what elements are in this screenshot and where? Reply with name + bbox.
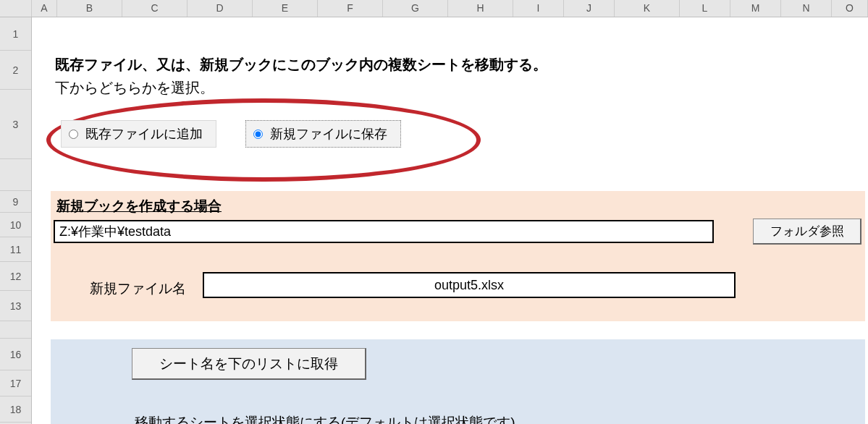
row-header[interactable]: 1 (0, 17, 31, 51)
radio-new-file[interactable]: 新規ファイルに保存 (245, 120, 401, 148)
browse-folder-button[interactable]: フォルダ参照 (753, 219, 861, 245)
column-header[interactable]: J (564, 0, 615, 17)
column-header[interactable]: M (730, 0, 781, 17)
row-header[interactable] (0, 159, 31, 191)
radio-existing-input[interactable] (69, 130, 78, 139)
column-header[interactable]: A (32, 0, 57, 17)
filename-input[interactable] (203, 272, 736, 298)
row-header[interactable]: 10 (0, 213, 31, 237)
row-header[interactable]: 2 (0, 51, 31, 90)
page-title: 既存ファイル、又は、新規ブックにこのブック内の複数シートを移動する。 (55, 55, 547, 75)
select-all-corner[interactable] (0, 0, 32, 17)
new-book-heading: 新規ブックを作成する場合 (56, 197, 222, 216)
new-book-section: 新規ブックを作成する場合 フォルダ参照 新規ファイル名 (51, 191, 865, 321)
row-header[interactable]: 3 (0, 90, 31, 159)
column-header[interactable]: D (187, 0, 253, 17)
radio-existing-file[interactable]: 既存ファイルに追加 (61, 120, 216, 148)
row-header[interactable]: 18 (0, 397, 31, 423)
sheet-list-section: シート名を下のリストに取得 移動するシートを選択状態にする(デフォルトは選択状態… (51, 339, 865, 424)
column-header[interactable]: L (680, 0, 730, 17)
folder-path-input[interactable] (54, 220, 714, 243)
column-header[interactable]: C (122, 0, 187, 17)
column-header[interactable]: I (513, 0, 564, 17)
radio-group: 既存ファイルに追加 新規ファイルに保存 (61, 120, 401, 148)
column-header[interactable]: O (832, 0, 868, 17)
column-header[interactable]: G (383, 0, 448, 17)
page-subtitle: 下からどちらかを選択。 (55, 78, 214, 98)
radio-new-input[interactable] (253, 130, 263, 139)
row-header[interactable]: 11 (0, 237, 31, 262)
sheet-selection-note: 移動するシートを選択状態にする(デフォルトは選択状態です) (135, 413, 515, 424)
radio-new-label: 新規ファイルに保存 (270, 125, 387, 143)
row-header[interactable]: 16 (0, 339, 31, 370)
radio-existing-label: 既存ファイルに追加 (85, 125, 203, 143)
column-header[interactable]: F (318, 0, 383, 17)
filename-label: 新規ファイル名 (90, 279, 186, 298)
row-header[interactable]: 13 (0, 291, 31, 321)
column-header[interactable]: N (781, 0, 832, 17)
column-header[interactable]: H (448, 0, 513, 17)
get-sheet-names-button[interactable]: シート名を下のリストに取得 (132, 348, 366, 380)
row-header[interactable] (0, 321, 31, 339)
column-header-bar: ABCDEFGHIJKLMNO (0, 0, 868, 17)
column-header[interactable]: K (615, 0, 680, 17)
row-header[interactable]: 9 (0, 191, 31, 213)
row-header-bar: 123910111213161718 (0, 17, 32, 424)
column-header[interactable]: E (253, 0, 318, 17)
row-header[interactable]: 17 (0, 370, 31, 397)
column-header[interactable]: B (57, 0, 122, 17)
worksheet-area: 既存ファイル、又は、新規ブックにこのブック内の複数シートを移動する。 下からどち… (32, 17, 868, 424)
row-header[interactable]: 12 (0, 262, 31, 291)
